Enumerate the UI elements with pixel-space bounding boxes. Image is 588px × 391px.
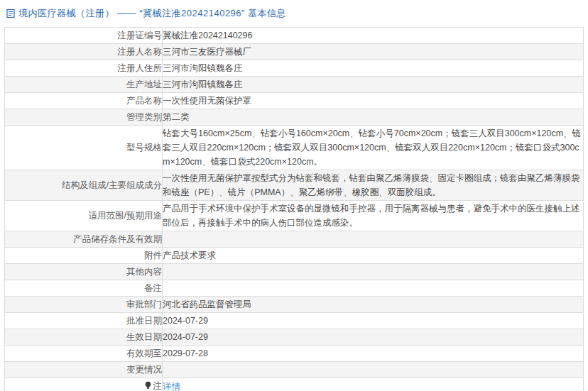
- table-row: 注册人名称三河市三友医疗器械厂: [5, 44, 584, 60]
- table-row: 适用范围/预期用途产品用于手术环境中保护手术室设备的显微镜和手控器，用于隔离器械…: [5, 201, 584, 231]
- row-value: 三河市泃阳镇魏各庄: [163, 77, 584, 93]
- table-row: 管理类别第二类: [5, 109, 584, 126]
- table-row: 变更情况: [5, 362, 584, 378]
- table-row: 其他内容: [5, 264, 584, 280]
- row-label: 其他内容: [5, 264, 163, 280]
- table-row: 注详情: [5, 378, 584, 391]
- row-value: 冀械注准20242140296: [163, 28, 584, 44]
- page-header: 境内医疗器械（注册） —— “冀械注准20242140296” 基本信息: [4, 4, 584, 27]
- row-value: 一次性使用无菌保护罩按型式分为钻套和镜套，钻套由聚乙烯薄膜袋、固定卡圈组成；镜套…: [163, 170, 584, 201]
- row-value: [163, 362, 584, 378]
- page-title: 境内医疗器械（注册） —— “冀械注准20242140296” 基本信息: [18, 7, 286, 20]
- row-value: 河北省药品监督管理局: [163, 297, 584, 313]
- row-value: 钻套大号160cm×25cm、钻套小号160cm×20cm、钻套小号70cm×2…: [163, 126, 584, 170]
- table-row: 附件产品技术要求: [5, 248, 584, 264]
- row-label: 适用范围/预期用途: [5, 201, 163, 231]
- row-label: 生效日期: [5, 329, 163, 346]
- details-link[interactable]: 详情: [163, 382, 180, 391]
- row-label: 批准日期: [5, 313, 163, 329]
- row-label: 注册人名称: [5, 44, 163, 60]
- row-value: 2024-07-29: [163, 329, 584, 346]
- row-value: 三河市泃阳镇魏各庄: [163, 60, 584, 77]
- table-row: 注册证编号冀械注准20242140296: [5, 28, 584, 44]
- table-row: 结构及组成/主要组成成分一次性使用无菌保护罩按型式分为钻套和镜套，钻套由聚乙烯薄…: [5, 170, 584, 201]
- row-label: 结构及组成/主要组成成分: [5, 170, 163, 201]
- table-row: 有效期至2029-07-28: [5, 346, 584, 362]
- row-label: 变更情况: [5, 362, 163, 378]
- row-value: [163, 264, 584, 280]
- row-value: 2024-07-29: [163, 313, 584, 329]
- lightbulb-icon: [144, 380, 152, 391]
- table-row: 产品储存条件及有效期: [5, 231, 584, 248]
- row-value: 2029-07-28: [163, 346, 584, 362]
- row-value: 详情: [163, 378, 584, 391]
- row-value: 产品技术要求: [163, 248, 584, 264]
- table-row: 批准日期2024-07-29: [5, 313, 584, 329]
- row-label: 有效期至: [5, 346, 163, 362]
- row-label: 型号规格: [5, 126, 163, 170]
- row-label: 注: [5, 378, 163, 391]
- row-value: 第二类: [163, 109, 584, 126]
- row-value: 三河市三友医疗器械厂: [163, 44, 584, 60]
- table-row: 备注: [5, 280, 584, 297]
- row-label: 附件: [5, 248, 163, 264]
- row-label-text: 注: [153, 381, 163, 391]
- row-label: 注册证编号: [5, 28, 163, 44]
- registration-info-table: 注册证编号冀械注准20242140296注册人名称三河市三友医疗器械厂注册人住所…: [4, 27, 584, 391]
- row-label: 产品储存条件及有效期: [5, 231, 163, 248]
- row-label: 产品名称: [5, 93, 163, 109]
- row-value: 产品用于手术环境中保护手术室设备的显微镜和手控器，用于隔离器械与患者，避免手术中…: [163, 201, 584, 231]
- table-row: 注册人住所三河市泃阳镇魏各庄: [5, 60, 584, 77]
- page-container: 境内医疗器械（注册） —— “冀械注准20242140296” 基本信息 注册证…: [0, 0, 588, 391]
- table-row: 生效日期2024-07-29: [5, 329, 584, 346]
- registration-info-table-body: 注册证编号冀械注准20242140296注册人名称三河市三友医疗器械厂注册人住所…: [5, 28, 584, 391]
- row-label: 管理类别: [5, 109, 163, 126]
- document-icon: [6, 9, 16, 18]
- table-row: 生产地址三河市泃阳镇魏各庄: [5, 77, 584, 93]
- row-value: [163, 231, 584, 248]
- row-label: 备注: [5, 280, 163, 297]
- row-value: 一次性使用无菌保护罩: [163, 93, 584, 109]
- row-label: 生产地址: [5, 77, 163, 93]
- row-label: 审批部门: [5, 297, 163, 313]
- table-row: 产品名称一次性使用无菌保护罩: [5, 93, 584, 109]
- table-row: 审批部门河北省药品监督管理局: [5, 297, 584, 313]
- table-row: 型号规格钻套大号160cm×25cm、钻套小号160cm×20cm、钻套小号70…: [5, 126, 584, 170]
- row-value: [163, 280, 584, 297]
- row-label: 注册人住所: [5, 60, 163, 77]
